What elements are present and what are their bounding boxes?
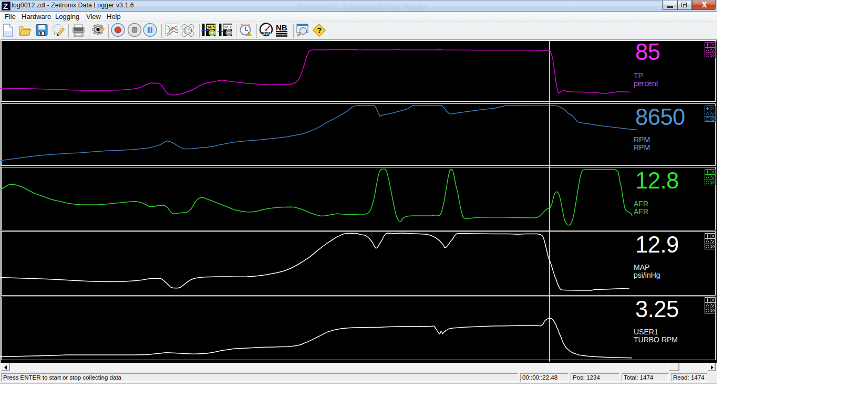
svg-text:14.5: 14.5 [207, 25, 215, 29]
svg-text:?: ? [317, 26, 322, 35]
svg-text:RPM: RPM [262, 32, 271, 35]
svg-text:NB: NB [276, 23, 287, 32]
svg-text:12.7: 12.7 [224, 25, 232, 29]
